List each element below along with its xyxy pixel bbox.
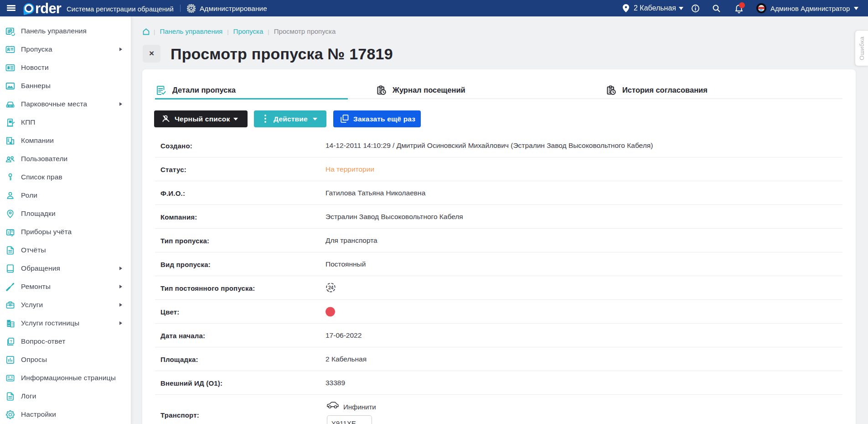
svg-text:5: 5 [11,234,13,237]
svg-text:24: 24 [328,284,333,290]
svg-text:2: 2 [11,230,13,233]
svg-text:1: 1 [7,230,10,235]
svg-text:?: ? [10,339,12,344]
